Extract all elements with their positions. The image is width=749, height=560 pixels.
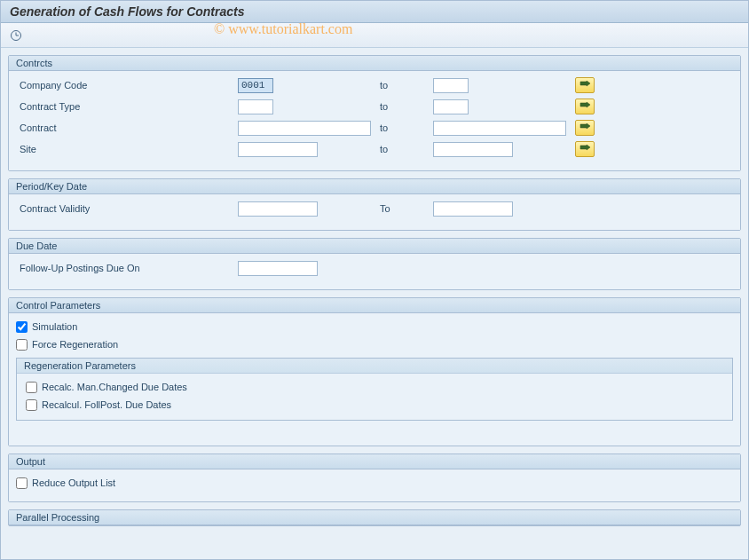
multiple-selection-site[interactable] xyxy=(575,141,595,157)
label-contract-type: Contract Type xyxy=(16,101,238,112)
label-to-validity: To xyxy=(380,203,433,214)
panel-header-due-date: Due Date xyxy=(9,239,740,254)
panel-header-control: Control Parameters xyxy=(9,298,740,313)
label-simulation: Simulation xyxy=(32,321,77,332)
label-contract-validity: Contract Validity xyxy=(16,203,238,214)
label-to-contract-type: to xyxy=(380,101,433,112)
row-contract-type: Contract Type to xyxy=(16,98,733,115)
reduce-output-checkbox[interactable] xyxy=(16,477,28,489)
panel-header-period: Period/Key Date xyxy=(9,179,740,194)
contract-to-input[interactable] xyxy=(433,121,566,136)
force-regen-checkbox[interactable] xyxy=(16,339,28,351)
row-site: Site to xyxy=(16,140,733,158)
panel-output: Output Reduce Output List xyxy=(8,454,741,502)
multiple-selection-contract-type[interactable] xyxy=(575,99,595,114)
contract-from-input[interactable] xyxy=(238,121,371,136)
row-recalc-man: Recalc. Man.Changed Due Dates xyxy=(26,379,723,395)
row-contract: Contract to xyxy=(16,119,733,137)
site-from-input[interactable] xyxy=(238,142,318,157)
label-to-site: to xyxy=(380,144,433,154)
company-code-to-input[interactable] xyxy=(433,78,469,93)
row-recalc-foll: Recalcul. FollPost. Due Dates xyxy=(26,397,723,413)
label-to-company-code: to xyxy=(380,80,433,91)
row-reduce-output: Reduce Output List xyxy=(16,475,733,491)
recalc-foll-checkbox[interactable] xyxy=(26,399,37,411)
panel-header-contracts: Contrcts xyxy=(9,56,740,71)
label-site: Site xyxy=(16,144,238,154)
row-force-regen: Force Regeneration xyxy=(16,336,733,352)
row-company-code: Company Code to xyxy=(16,76,733,94)
watermark: © www.tutorialkart.com xyxy=(214,21,352,37)
panel-contracts: Contrcts Company Code to Contract Typ xyxy=(8,55,741,171)
panel-control: Control Parameters Simulation Force Rege… xyxy=(8,297,741,446)
label-contract: Contract xyxy=(16,122,238,133)
sub-panel-regen: Regeneration Parameters Recalc. Man.Chan… xyxy=(16,358,733,421)
panel-parallel: Parallel Processing xyxy=(8,509,741,526)
label-reduce-output: Reduce Output List xyxy=(32,477,115,488)
row-contract-validity: Contract Validity To xyxy=(16,200,733,217)
simulation-checkbox[interactable] xyxy=(16,321,28,333)
contract-type-to-input[interactable] xyxy=(433,99,469,114)
page-title: Generation of Cash Flows for Contracts xyxy=(1,1,748,23)
row-simulation: Simulation xyxy=(16,319,733,335)
recalc-man-checkbox[interactable] xyxy=(26,382,37,393)
multiple-selection-company-code[interactable] xyxy=(575,77,595,93)
execute-icon[interactable] xyxy=(10,29,22,42)
site-to-input[interactable] xyxy=(433,142,513,157)
sub-panel-header-regen: Regeneration Parameters xyxy=(17,359,732,374)
toolbar: © www.tutorialkart.com xyxy=(1,23,748,48)
panel-header-output: Output xyxy=(9,454,740,469)
label-recalc-foll: Recalcul. FollPost. Due Dates xyxy=(42,399,171,410)
row-follow-up: Follow-Up Postings Due On xyxy=(16,259,733,277)
company-code-from-input[interactable] xyxy=(238,78,273,93)
contract-validity-from-input[interactable] xyxy=(238,201,318,217)
panel-header-parallel: Parallel Processing xyxy=(9,510,740,525)
multiple-selection-contract[interactable] xyxy=(575,120,595,136)
panel-period: Period/Key Date Contract Validity To xyxy=(8,178,741,231)
panel-due-date: Due Date Follow-Up Postings Due On xyxy=(8,238,741,290)
label-follow-up: Follow-Up Postings Due On xyxy=(16,263,238,273)
label-recalc-man: Recalc. Man.Changed Due Dates xyxy=(42,382,187,392)
follow-up-due-input[interactable] xyxy=(238,261,318,276)
label-force-regen: Force Regeneration xyxy=(32,339,118,350)
contract-validity-to-input[interactable] xyxy=(433,201,513,217)
content-area: Contrcts Company Code to Contract Typ xyxy=(1,48,748,560)
label-company-code: Company Code xyxy=(16,80,238,91)
contract-type-from-input[interactable] xyxy=(238,99,273,114)
label-to-contract: to xyxy=(380,122,433,133)
